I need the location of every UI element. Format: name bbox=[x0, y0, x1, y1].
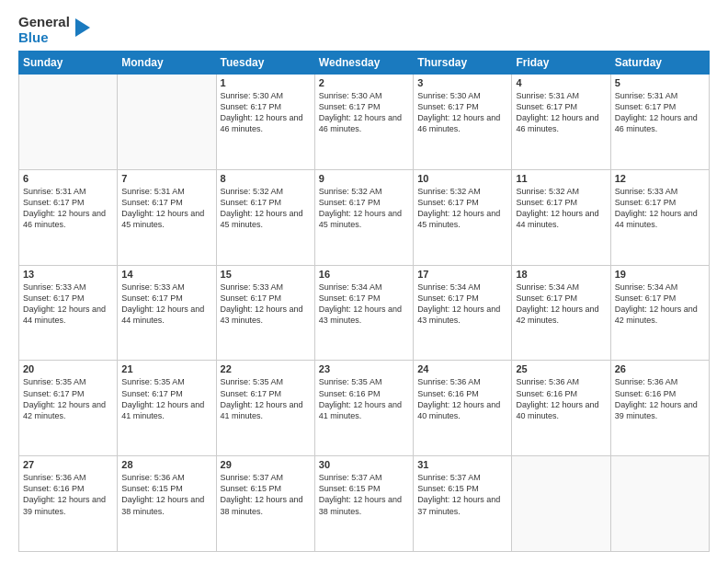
day-info: Sunrise: 5:36 AM Sunset: 6:16 PM Dayligh… bbox=[417, 376, 507, 421]
day-info: Sunrise: 5:31 AM Sunset: 6:17 PM Dayligh… bbox=[516, 90, 606, 135]
day-info: Sunrise: 5:36 AM Sunset: 6:15 PM Dayligh… bbox=[121, 472, 211, 517]
day-number: 14 bbox=[121, 269, 211, 280]
day-info: Sunrise: 5:34 AM Sunset: 6:17 PM Dayligh… bbox=[615, 282, 705, 327]
logo: General Blue bbox=[18, 15, 92, 45]
col-monday: Monday bbox=[118, 52, 216, 75]
calendar-table: Sunday Monday Tuesday Wednesday Thursday… bbox=[18, 51, 710, 552]
day-info: Sunrise: 5:31 AM Sunset: 6:17 PM Dayligh… bbox=[121, 186, 211, 231]
table-row: 23Sunrise: 5:35 AM Sunset: 6:16 PM Dayli… bbox=[314, 361, 413, 456]
table-row: 21Sunrise: 5:35 AM Sunset: 6:17 PM Dayli… bbox=[118, 361, 216, 456]
day-info: Sunrise: 5:37 AM Sunset: 6:15 PM Dayligh… bbox=[319, 472, 409, 517]
day-number: 17 bbox=[417, 269, 507, 280]
day-number: 29 bbox=[221, 459, 311, 470]
calendar-week-row: 13Sunrise: 5:33 AM Sunset: 6:17 PM Dayli… bbox=[19, 265, 710, 361]
day-info: Sunrise: 5:32 AM Sunset: 6:17 PM Dayligh… bbox=[417, 186, 507, 231]
day-info: Sunrise: 5:34 AM Sunset: 6:17 PM Dayligh… bbox=[417, 282, 507, 327]
day-number: 22 bbox=[221, 363, 311, 374]
day-info: Sunrise: 5:31 AM Sunset: 6:17 PM Dayligh… bbox=[615, 90, 705, 135]
day-number: 6 bbox=[23, 173, 113, 184]
day-number: 20 bbox=[23, 363, 113, 374]
day-number: 11 bbox=[516, 173, 606, 184]
day-info: Sunrise: 5:33 AM Sunset: 6:17 PM Dayligh… bbox=[221, 282, 311, 327]
calendar-week-row: 27Sunrise: 5:36 AM Sunset: 6:16 PM Dayli… bbox=[19, 456, 710, 552]
day-number: 25 bbox=[516, 363, 606, 374]
day-info: Sunrise: 5:33 AM Sunset: 6:17 PM Dayligh… bbox=[615, 186, 705, 231]
table-row: 26Sunrise: 5:36 AM Sunset: 6:16 PM Dayli… bbox=[610, 361, 709, 456]
table-row: 16Sunrise: 5:34 AM Sunset: 6:17 PM Dayli… bbox=[314, 265, 413, 361]
table-row: 3Sunrise: 5:30 AM Sunset: 6:17 PM Daylig… bbox=[414, 75, 512, 170]
col-saturday: Saturday bbox=[610, 52, 709, 75]
col-friday: Friday bbox=[512, 52, 610, 75]
day-number: 1 bbox=[221, 77, 311, 88]
calendar-header-row: Sunday Monday Tuesday Wednesday Thursday… bbox=[19, 52, 710, 75]
day-info: Sunrise: 5:37 AM Sunset: 6:15 PM Dayligh… bbox=[417, 472, 507, 517]
svg-marker-0 bbox=[75, 18, 90, 37]
day-number: 8 bbox=[221, 173, 311, 184]
col-sunday: Sunday bbox=[19, 52, 118, 75]
table-row: 6Sunrise: 5:31 AM Sunset: 6:17 PM Daylig… bbox=[19, 169, 118, 265]
day-info: Sunrise: 5:35 AM Sunset: 6:16 PM Dayligh… bbox=[319, 376, 409, 421]
table-row: 14Sunrise: 5:33 AM Sunset: 6:17 PM Dayli… bbox=[118, 265, 216, 361]
table-row: 30Sunrise: 5:37 AM Sunset: 6:15 PM Dayli… bbox=[314, 456, 413, 552]
header: General Blue bbox=[18, 15, 710, 45]
day-number: 31 bbox=[417, 459, 507, 470]
table-row: 10Sunrise: 5:32 AM Sunset: 6:17 PM Dayli… bbox=[414, 169, 512, 265]
table-row: 19Sunrise: 5:34 AM Sunset: 6:17 PM Dayli… bbox=[610, 265, 709, 361]
table-row: 4Sunrise: 5:31 AM Sunset: 6:17 PM Daylig… bbox=[512, 75, 610, 170]
day-info: Sunrise: 5:32 AM Sunset: 6:17 PM Dayligh… bbox=[319, 186, 409, 231]
day-info: Sunrise: 5:33 AM Sunset: 6:17 PM Dayligh… bbox=[121, 282, 211, 327]
table-row: 25Sunrise: 5:36 AM Sunset: 6:16 PM Dayli… bbox=[512, 361, 610, 456]
day-number: 26 bbox=[615, 363, 705, 374]
table-row: 18Sunrise: 5:34 AM Sunset: 6:17 PM Dayli… bbox=[512, 265, 610, 361]
day-info: Sunrise: 5:30 AM Sunset: 6:17 PM Dayligh… bbox=[319, 90, 409, 135]
day-number: 18 bbox=[516, 269, 606, 280]
day-info: Sunrise: 5:32 AM Sunset: 6:17 PM Dayligh… bbox=[516, 186, 606, 231]
col-wednesday: Wednesday bbox=[314, 52, 413, 75]
table-row: 13Sunrise: 5:33 AM Sunset: 6:17 PM Dayli… bbox=[19, 265, 118, 361]
table-row: 1Sunrise: 5:30 AM Sunset: 6:17 PM Daylig… bbox=[216, 75, 314, 170]
day-info: Sunrise: 5:31 AM Sunset: 6:17 PM Dayligh… bbox=[23, 186, 113, 231]
day-number: 4 bbox=[516, 77, 606, 88]
table-row: 28Sunrise: 5:36 AM Sunset: 6:15 PM Dayli… bbox=[118, 456, 216, 552]
day-info: Sunrise: 5:36 AM Sunset: 6:16 PM Dayligh… bbox=[615, 376, 705, 421]
calendar-week-row: 6Sunrise: 5:31 AM Sunset: 6:17 PM Daylig… bbox=[19, 169, 710, 265]
day-info: Sunrise: 5:36 AM Sunset: 6:16 PM Dayligh… bbox=[516, 376, 606, 421]
day-number: 10 bbox=[417, 173, 507, 184]
day-info: Sunrise: 5:36 AM Sunset: 6:16 PM Dayligh… bbox=[23, 472, 113, 517]
table-row: 8Sunrise: 5:32 AM Sunset: 6:17 PM Daylig… bbox=[216, 169, 314, 265]
day-number: 23 bbox=[319, 363, 409, 374]
day-info: Sunrise: 5:37 AM Sunset: 6:15 PM Dayligh… bbox=[221, 472, 311, 517]
col-tuesday: Tuesday bbox=[216, 52, 314, 75]
table-row: 15Sunrise: 5:33 AM Sunset: 6:17 PM Dayli… bbox=[216, 265, 314, 361]
day-number: 9 bbox=[319, 173, 409, 184]
table-row bbox=[512, 456, 610, 552]
day-info: Sunrise: 5:30 AM Sunset: 6:17 PM Dayligh… bbox=[221, 90, 311, 135]
day-number: 5 bbox=[615, 77, 705, 88]
table-row: 27Sunrise: 5:36 AM Sunset: 6:16 PM Dayli… bbox=[19, 456, 118, 552]
day-info: Sunrise: 5:33 AM Sunset: 6:17 PM Dayligh… bbox=[23, 282, 113, 327]
day-number: 16 bbox=[319, 269, 409, 280]
day-number: 27 bbox=[23, 459, 113, 470]
day-number: 21 bbox=[121, 363, 211, 374]
day-number: 13 bbox=[23, 269, 113, 280]
calendar-week-row: 20Sunrise: 5:35 AM Sunset: 6:17 PM Dayli… bbox=[19, 361, 710, 456]
table-row: 29Sunrise: 5:37 AM Sunset: 6:15 PM Dayli… bbox=[216, 456, 314, 552]
day-number: 24 bbox=[417, 363, 507, 374]
day-info: Sunrise: 5:30 AM Sunset: 6:17 PM Dayligh… bbox=[417, 90, 507, 135]
day-info: Sunrise: 5:35 AM Sunset: 6:17 PM Dayligh… bbox=[221, 376, 311, 421]
day-info: Sunrise: 5:35 AM Sunset: 6:17 PM Dayligh… bbox=[23, 376, 113, 421]
table-row: 5Sunrise: 5:31 AM Sunset: 6:17 PM Daylig… bbox=[610, 75, 709, 170]
day-info: Sunrise: 5:34 AM Sunset: 6:17 PM Dayligh… bbox=[516, 282, 606, 327]
table-row: 2Sunrise: 5:30 AM Sunset: 6:17 PM Daylig… bbox=[314, 75, 413, 170]
table-row: 31Sunrise: 5:37 AM Sunset: 6:15 PM Dayli… bbox=[414, 456, 512, 552]
day-number: 30 bbox=[319, 459, 409, 470]
day-number: 12 bbox=[615, 173, 705, 184]
table-row: 11Sunrise: 5:32 AM Sunset: 6:17 PM Dayli… bbox=[512, 169, 610, 265]
table-row: 17Sunrise: 5:34 AM Sunset: 6:17 PM Dayli… bbox=[414, 265, 512, 361]
table-row: 20Sunrise: 5:35 AM Sunset: 6:17 PM Dayli… bbox=[19, 361, 118, 456]
table-row: 12Sunrise: 5:33 AM Sunset: 6:17 PM Dayli… bbox=[610, 169, 709, 265]
calendar-week-row: 1Sunrise: 5:30 AM Sunset: 6:17 PM Daylig… bbox=[19, 75, 710, 170]
table-row: 7Sunrise: 5:31 AM Sunset: 6:17 PM Daylig… bbox=[118, 169, 216, 265]
day-info: Sunrise: 5:32 AM Sunset: 6:17 PM Dayligh… bbox=[221, 186, 311, 231]
day-number: 15 bbox=[221, 269, 311, 280]
